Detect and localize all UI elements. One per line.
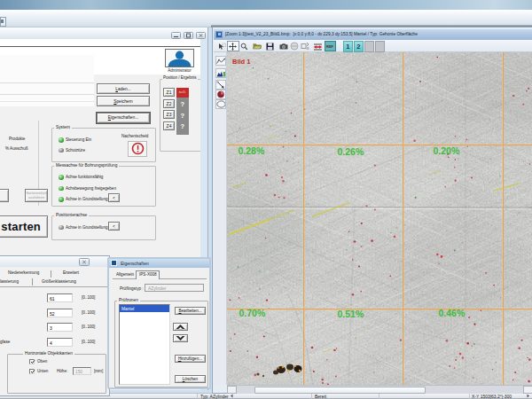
svg-text:0.51%: 0.51%: [338, 309, 364, 319]
svg-text:Bild 1: Bild 1: [232, 58, 250, 66]
svg-text:0.26%: 0.26%: [338, 146, 364, 157]
svg-text:0.28%: 0.28%: [239, 145, 265, 156]
svg-text:0.70%: 0.70%: [239, 308, 266, 318]
svg-text:0.20%: 0.20%: [434, 145, 460, 156]
svg-text:0.46%: 0.46%: [439, 308, 466, 318]
